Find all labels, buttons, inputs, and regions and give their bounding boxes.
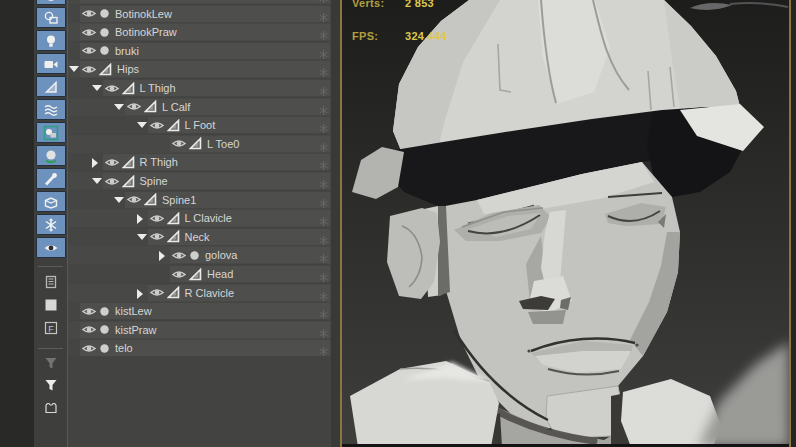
visibility-eye-icon[interactable] bbox=[82, 343, 96, 354]
tree-item-label[interactable]: R Clavicle bbox=[183, 287, 235, 299]
frozen-snowflake-icon[interactable] bbox=[318, 67, 329, 78]
visibility-eye-icon[interactable] bbox=[105, 176, 119, 187]
frozen-snowflake-icon[interactable] bbox=[318, 123, 329, 134]
tree-item-label[interactable]: Spine bbox=[138, 175, 168, 187]
tree-item-label[interactable]: L Foot bbox=[183, 119, 216, 131]
display-hidden-button[interactable] bbox=[36, 237, 66, 258]
visibility-eye-icon[interactable] bbox=[82, 64, 96, 75]
tree-row-l-thigh[interactable]: L Thigh bbox=[68, 79, 331, 97]
tree-item-cell[interactable]: BotinokPraw bbox=[80, 24, 330, 40]
tree-item-cell[interactable]: L Clavicle bbox=[148, 210, 331, 226]
tree-item-label[interactable]: L Thigh bbox=[138, 82, 176, 94]
tree-row-kistlew[interactable]: kistLew bbox=[68, 302, 331, 320]
filter-config-button[interactable] bbox=[36, 352, 66, 373]
tree-item-label[interactable]: Head bbox=[205, 268, 233, 280]
visibility-eye-icon[interactable] bbox=[172, 138, 186, 149]
scene-explorer-panel[interactable]: BotinokLewBotinokPrawbrukiHipsL ThighL C… bbox=[68, 0, 340, 447]
tree-item-cell[interactable]: L Foot bbox=[148, 117, 331, 133]
display-frozen-button[interactable] bbox=[36, 214, 66, 235]
tree-item-label[interactable]: L Clavicle bbox=[183, 212, 232, 224]
tree-item-cell[interactable]: L Thigh bbox=[103, 80, 331, 96]
filter-enable-button[interactable] bbox=[36, 374, 66, 395]
frozen-snowflake-icon[interactable] bbox=[318, 346, 329, 357]
tree-item-label[interactable]: BotinokPraw bbox=[113, 26, 177, 38]
viewport-canvas[interactable] bbox=[342, 0, 789, 447]
tree-item-cell[interactable]: Spine bbox=[103, 173, 331, 189]
frozen-snowflake-icon[interactable] bbox=[318, 198, 329, 209]
tree-row-head[interactable]: Head bbox=[68, 265, 331, 283]
tree-item-label[interactable]: golova bbox=[203, 249, 237, 261]
viewport[interactable]: Verts:2 853 FPS:324,444 bbox=[342, 0, 789, 447]
frozen-snowflake-icon[interactable] bbox=[318, 49, 329, 60]
frozen-snowflake-icon[interactable] bbox=[318, 253, 329, 264]
tree-item-cell[interactable]: R Thigh bbox=[103, 154, 331, 170]
tree-item-cell[interactable]: kistLew bbox=[80, 303, 330, 319]
container-tool-button[interactable] bbox=[36, 396, 66, 417]
tree-row-neck[interactable]: Neck bbox=[68, 228, 331, 246]
collapse-arrow-icon[interactable] bbox=[137, 122, 147, 128]
visibility-eye-icon[interactable] bbox=[150, 287, 164, 298]
tree-row-r-thigh[interactable]: R Thigh bbox=[68, 153, 331, 171]
expand-arrow-icon[interactable] bbox=[92, 158, 98, 168]
tree-item-label[interactable]: kistPraw bbox=[113, 324, 157, 336]
collapse-arrow-icon[interactable] bbox=[69, 66, 79, 72]
tree-item-cell[interactable]: Neck bbox=[148, 229, 331, 245]
frozen-snowflake-icon[interactable] bbox=[318, 160, 329, 171]
tree-item-cell[interactable]: BotinokLew bbox=[80, 6, 330, 22]
row-frozen-toggle[interactable] bbox=[318, 343, 329, 361]
visibility-eye-icon[interactable] bbox=[82, 0, 96, 1]
frozen-snowflake-icon[interactable] bbox=[318, 142, 329, 153]
display-xrefs-button[interactable] bbox=[36, 145, 66, 166]
tree-row-bruki[interactable]: bruki bbox=[68, 42, 331, 60]
tree-item-label[interactable]: BotinokLew bbox=[113, 8, 172, 20]
visibility-eye-icon[interactable] bbox=[82, 27, 96, 38]
display-cameras-button[interactable] bbox=[36, 53, 66, 74]
display-spacewarps-button[interactable] bbox=[36, 99, 66, 120]
tree-item-cell[interactable]: Head bbox=[170, 266, 330, 282]
tree-item-cell[interactable]: L Calf bbox=[125, 99, 330, 115]
tree-row-l-calf[interactable]: L Calf bbox=[68, 98, 331, 116]
tree-row-telo[interactable]: telo bbox=[68, 339, 331, 357]
tree-row-botinoklew[interactable]: BotinokLew bbox=[68, 5, 331, 23]
collapse-arrow-icon[interactable] bbox=[92, 85, 102, 91]
frozen-snowflake-icon[interactable] bbox=[318, 30, 329, 41]
collapse-arrow-icon[interactable] bbox=[114, 197, 124, 203]
visibility-eye-icon[interactable] bbox=[172, 250, 186, 261]
frozen-snowflake-icon[interactable] bbox=[318, 105, 329, 116]
visibility-eye-icon[interactable] bbox=[105, 83, 119, 94]
expand-arrow-icon[interactable] bbox=[137, 289, 143, 299]
expand-arrow-icon[interactable] bbox=[159, 251, 165, 261]
tree-item-label[interactable]: bruki bbox=[113, 45, 139, 57]
frozen-snowflake-icon[interactable] bbox=[318, 309, 329, 320]
display-lights-button[interactable] bbox=[36, 30, 66, 51]
visibility-eye-icon[interactable] bbox=[127, 194, 141, 205]
frozen-snowflake-icon[interactable] bbox=[318, 216, 329, 227]
tree-row-l-clavicle[interactable]: L Clavicle bbox=[68, 209, 331, 227]
collapse-arrow-icon[interactable] bbox=[114, 104, 124, 110]
tree-row-golova[interactable]: golova bbox=[68, 246, 331, 264]
tree-item-label[interactable]: Hips bbox=[115, 63, 139, 75]
tree-item-label[interactable]: L Calf bbox=[160, 101, 190, 113]
visibility-eye-icon[interactable] bbox=[172, 269, 186, 280]
visibility-eye-icon[interactable] bbox=[150, 213, 164, 224]
frozen-snowflake-icon[interactable] bbox=[318, 235, 329, 246]
display-shapes-button[interactable] bbox=[36, 7, 66, 28]
tree-row-r-clavicle[interactable]: R Clavicle bbox=[68, 284, 331, 302]
display-helpers-button[interactable] bbox=[36, 76, 66, 97]
tree-item-cell[interactable]: Hips bbox=[80, 61, 330, 77]
tree-item-cell[interactable]: Spine1 bbox=[125, 192, 330, 208]
frozen-snowflake-icon[interactable] bbox=[318, 0, 329, 4]
display-containers-button[interactable] bbox=[36, 191, 66, 212]
frozen-snowflake-icon[interactable] bbox=[318, 86, 329, 97]
visibility-eye-icon[interactable] bbox=[150, 231, 164, 242]
visibility-eye-icon[interactable] bbox=[82, 324, 96, 335]
display-groups-button[interactable] bbox=[36, 122, 66, 143]
visibility-eye-icon[interactable] bbox=[127, 101, 141, 112]
tree-item-label[interactable]: Neck bbox=[183, 231, 210, 243]
blank-swatch-button[interactable] bbox=[36, 294, 66, 315]
frame-f-button[interactable]: F bbox=[36, 317, 66, 338]
tree-item-label[interactable]: telo bbox=[113, 342, 133, 354]
tree-item-label[interactable]: R Thigh bbox=[138, 156, 178, 168]
tree-item-label[interactable]: kistLew bbox=[113, 305, 152, 317]
tree-item-label[interactable]: Spine1 bbox=[160, 194, 196, 206]
